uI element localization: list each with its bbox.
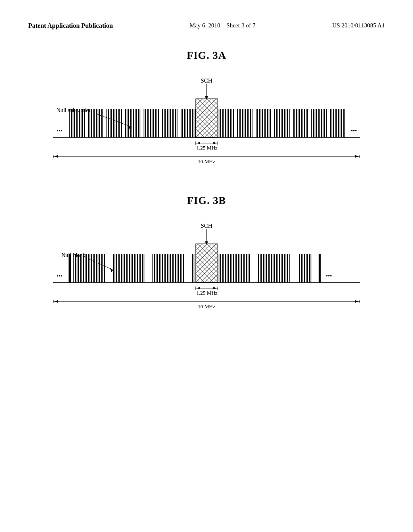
fig3b-dim-125-label: 1.25 MHz (196, 290, 218, 296)
svg-marker-145 (197, 142, 200, 144)
svg-rect-25 (115, 109, 115, 137)
fig3b-right-bars (219, 254, 321, 283)
header-patent-number: US 2010/0113085 A1 (332, 22, 385, 29)
svg-rect-157 (81, 254, 82, 283)
svg-rect-17 (99, 109, 100, 137)
svg-rect-29 (121, 109, 122, 137)
svg-rect-103 (274, 109, 275, 137)
svg-rect-38 (138, 109, 139, 137)
svg-rect-107 (281, 109, 282, 137)
svg-rect-242 (268, 254, 269, 283)
svg-rect-33 (130, 109, 131, 137)
svg-rect-167 (98, 254, 98, 283)
svg-rect-112 (289, 109, 290, 137)
svg-rect-217 (220, 254, 221, 283)
svg-rect-45 (152, 109, 152, 137)
svg-rect-139 (340, 109, 340, 137)
fig3b-left-bars (69, 254, 194, 283)
svg-rect-61 (182, 109, 183, 137)
svg-rect-233 (246, 254, 247, 283)
svg-rect-4 (76, 109, 77, 137)
svg-rect-10 (88, 109, 89, 137)
svg-rect-47 (155, 109, 156, 137)
svg-rect-247 (276, 254, 277, 283)
svg-rect-123 (311, 109, 312, 137)
header-center: May 6, 2010 Sheet 3 of 7 (190, 22, 255, 29)
svg-rect-84 (239, 109, 240, 137)
svg-rect-15 (96, 109, 97, 137)
svg-rect-163 (91, 254, 92, 283)
svg-rect-161 (88, 254, 89, 283)
svg-rect-184 (132, 254, 133, 283)
svg-rect-21 (108, 109, 109, 137)
svg-rect-109 (284, 109, 285, 137)
svg-rect-60 (181, 109, 181, 137)
svg-rect-102 (270, 109, 271, 137)
page-header: Patent Application Publication May 6, 20… (0, 0, 413, 29)
svg-rect-235 (249, 254, 250, 283)
svg-rect-207 (177, 254, 177, 283)
svg-rect-137 (336, 109, 337, 137)
svg-rect-26 (116, 109, 117, 137)
fig3b-null-arrow (89, 259, 112, 269)
figure-3b-section: FIG. 3B SCH Null block ··· (0, 195, 413, 316)
publication-label: Patent Application Publication (28, 22, 113, 29)
svg-rect-30 (125, 109, 126, 137)
svg-rect-16 (98, 109, 98, 137)
svg-rect-258 (302, 254, 303, 283)
svg-rect-198 (162, 254, 163, 283)
svg-marker-268 (213, 287, 217, 289)
svg-rect-68 (194, 109, 194, 137)
svg-rect-261 (307, 254, 308, 283)
svg-rect-52 (165, 109, 166, 137)
svg-rect-253 (286, 254, 286, 283)
svg-rect-40 (144, 109, 144, 137)
svg-rect-254 (287, 254, 288, 283)
svg-rect-85 (240, 109, 241, 137)
svg-rect-181 (127, 254, 128, 283)
svg-rect-106 (279, 109, 280, 137)
svg-rect-162 (90, 254, 90, 283)
fig3b-diagram: SCH Null block ··· (49, 219, 364, 316)
svg-rect-94 (257, 109, 258, 137)
svg-rect-129 (321, 109, 322, 137)
svg-rect-95 (259, 109, 260, 137)
svg-rect-177 (121, 254, 122, 283)
svg-rect-241 (266, 254, 267, 283)
fig3a-left-dots: ··· (56, 126, 63, 135)
svg-rect-169 (101, 254, 102, 283)
svg-rect-79 (228, 109, 229, 137)
svg-rect-192 (152, 254, 153, 283)
svg-rect-24 (113, 109, 114, 137)
svg-rect-263 (311, 254, 311, 283)
svg-rect-224 (232, 254, 232, 283)
svg-rect-59 (177, 109, 177, 137)
svg-rect-260 (306, 254, 307, 283)
svg-rect-19 (102, 109, 103, 137)
svg-rect-203 (170, 254, 171, 283)
svg-rect-206 (175, 254, 176, 283)
svg-rect-160 (86, 254, 87, 283)
svg-rect-37 (136, 109, 137, 137)
svg-rect-9 (84, 109, 85, 137)
svg-rect-236 (258, 254, 259, 283)
svg-rect-246 (274, 254, 275, 283)
svg-rect-200 (165, 254, 166, 283)
svg-rect-3 (74, 109, 75, 137)
svg-rect-190 (142, 254, 143, 283)
svg-rect-65 (189, 109, 190, 137)
svg-rect-138 (338, 109, 339, 137)
svg-rect-256 (299, 254, 300, 283)
header-sheet: Sheet 3 of 7 (226, 22, 255, 29)
svg-rect-23 (111, 109, 112, 137)
svg-rect-140 (341, 109, 342, 137)
svg-rect-244 (271, 254, 272, 283)
svg-rect-96 (261, 109, 261, 137)
svg-rect-218 (222, 254, 223, 283)
svg-rect-115 (296, 109, 297, 137)
svg-rect-229 (240, 254, 240, 283)
svg-rect-199 (164, 254, 165, 283)
svg-rect-13 (93, 109, 94, 137)
svg-rect-158 (83, 254, 84, 283)
svg-rect-124 (313, 109, 314, 137)
